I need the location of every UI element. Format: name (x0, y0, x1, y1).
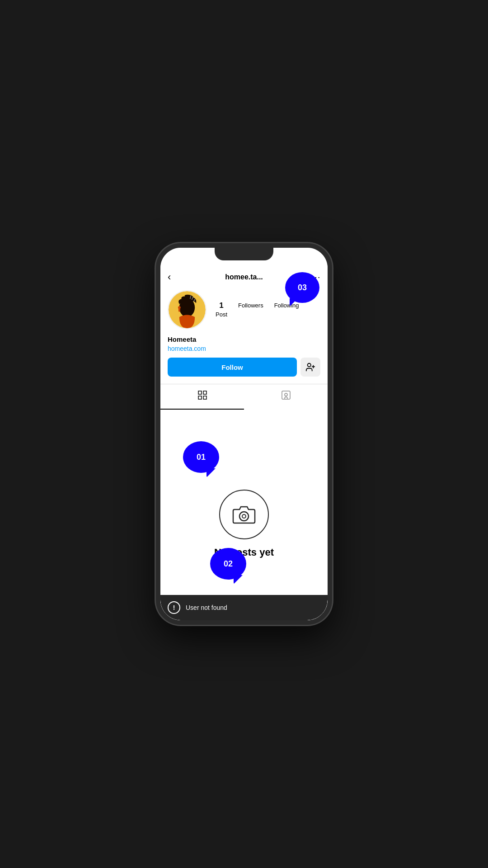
bubble-03-wrapper: 03 (285, 272, 319, 303)
person-add-icon (305, 362, 315, 372)
svg-rect-6 (178, 307, 180, 312)
stats-row: 1 Post Followers Following (216, 301, 320, 318)
back-button[interactable]: ‹ (168, 271, 182, 283)
tab-tagged[interactable] (244, 384, 328, 410)
camera-icon (232, 503, 256, 526)
bubble-03: 03 (285, 272, 319, 303)
svg-point-17 (242, 514, 246, 518)
posts-count: 1 (216, 301, 227, 310)
profile-website[interactable]: homeeta.com (168, 345, 320, 352)
notification-icon: ! (168, 601, 180, 614)
header-title: homee.ta... (225, 273, 263, 281)
avatar-container (168, 290, 206, 329)
phone-frame: ‹ homee.ta... ⋯ (156, 243, 332, 625)
stat-followers[interactable]: Followers (238, 301, 263, 318)
buttons-row: Follow (168, 358, 320, 377)
svg-rect-12 (198, 396, 202, 399)
svg-point-7 (308, 363, 311, 367)
tab-grid[interactable] (160, 384, 244, 410)
add-friend-button[interactable] (300, 358, 320, 377)
svg-rect-14 (282, 391, 290, 399)
svg-point-15 (285, 393, 287, 396)
bubble-02: 02 (210, 548, 246, 580)
avatar (168, 290, 206, 329)
stat-following[interactable]: Following (274, 301, 299, 318)
grid-icon (197, 390, 208, 403)
posts-label: Post (216, 311, 227, 318)
notch (215, 248, 273, 260)
bubble-01: 01 (183, 441, 219, 473)
svg-rect-11 (203, 391, 206, 394)
svg-rect-10 (198, 391, 202, 394)
tagged-icon (281, 390, 291, 403)
camera-circle (219, 490, 269, 539)
svg-point-16 (239, 512, 249, 521)
phone-screen: ‹ homee.ta... ⋯ (160, 248, 328, 620)
follow-button[interactable]: Follow (168, 358, 297, 377)
profile-display-name: Homeeta (168, 335, 320, 343)
content-area: No posts yet 01 02 ! User not found (160, 410, 328, 620)
stat-posts[interactable]: 1 Post (216, 301, 227, 318)
notification-bar: ! User not found (160, 595, 328, 620)
svg-rect-13 (203, 396, 206, 399)
notification-text: User not found (186, 604, 227, 611)
followers-label: Followers (238, 302, 263, 309)
following-label: Following (274, 302, 299, 309)
tabs-row (160, 384, 328, 410)
